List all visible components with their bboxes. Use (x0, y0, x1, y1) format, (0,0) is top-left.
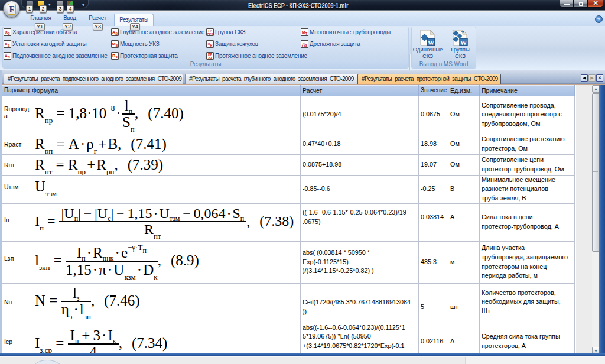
svg-text:W: W (428, 39, 434, 46)
svg-text:W: W (460, 39, 467, 46)
